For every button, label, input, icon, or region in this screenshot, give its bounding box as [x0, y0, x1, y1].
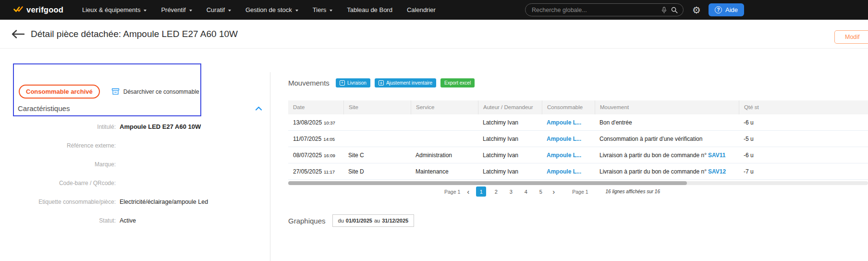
archive-icon: [111, 88, 120, 95]
plus-icon: +: [340, 80, 345, 86]
question-circle-icon: ?: [715, 6, 722, 13]
table-row[interactable]: 13/08/202510:37 Latchimy Ivan Ampoule L.…: [288, 114, 868, 131]
movements-header: Mouvements + Livraison ± Ajustement inve…: [288, 78, 475, 87]
search-icon[interactable]: [671, 7, 678, 13]
ajustement-inventaire-button[interactable]: ± Ajustement inventaire: [375, 78, 436, 87]
unarchive-link-label: Désarchiver ce consommable: [123, 88, 199, 95]
consommable-link[interactable]: Ampoule L...: [547, 119, 581, 126]
consommable-link[interactable]: Ampoule L...: [547, 152, 581, 159]
ajustement-button-label: Ajustement inventaire: [386, 80, 432, 86]
table-row[interactable]: 27/05/202511:17 Site D Maintenance Latch…: [288, 163, 868, 180]
cell-auteur: Latchimy Ivan: [478, 168, 542, 175]
collapse-section-button[interactable]: [255, 106, 262, 111]
nav-item-calendrier[interactable]: Calendrier: [400, 0, 443, 20]
cell-mouvement: Livraison à partir du bon de commande n°…: [595, 168, 739, 175]
previous-page-button[interactable]: ‹: [465, 188, 471, 195]
nav-item-lieux-equipements[interactable]: Lieux & équipements: [75, 0, 154, 20]
nav-item-tableau-de-bord[interactable]: Tableau de Bord: [340, 0, 400, 20]
livraison-button-label: Livraison: [347, 80, 367, 86]
cell-consommable: Ampoule L...: [542, 136, 595, 142]
cell-auteur: Latchimy Ivan: [478, 119, 542, 126]
field-row-etiquette: Etiquette consommable/pièce: Electricité…: [12, 192, 270, 211]
field-value: Ampoule LED E27 A60 10W: [120, 123, 201, 130]
gear-icon[interactable]: ⚙: [692, 5, 701, 15]
order-link[interactable]: SAV11: [708, 152, 725, 159]
global-search[interactable]: [525, 3, 684, 16]
page-number-3[interactable]: 3: [506, 186, 516, 197]
livraison-button[interactable]: + Livraison: [336, 78, 370, 87]
field-row-intitule: Intitulé: Ampoule LED E27 A60 10W: [12, 117, 270, 136]
cell-date: 08/07/202516:09: [288, 152, 343, 159]
consommable-link[interactable]: Ampoule L...: [547, 136, 581, 142]
characteristics-fields: Intitulé: Ampoule LED E27 A60 10W Référe…: [12, 117, 270, 230]
chevron-down-icon: [295, 10, 298, 12]
export-excel-button[interactable]: Export excel: [440, 78, 475, 87]
nav-item-label: Tiers: [313, 6, 326, 13]
field-label: Marque:: [12, 161, 116, 168]
column-header-auteur[interactable]: Auteur / Demandeur: [478, 100, 542, 114]
section-title: Caractéristiques: [18, 104, 70, 112]
cell-consommable: Ampoule L...: [542, 119, 595, 126]
table-header-row: Date Site Service Auteur / Demandeur Con…: [288, 100, 868, 114]
consumable-detail-panel: Consommable archivé Désarchiver ce conso…: [12, 72, 270, 261]
horizontal-scrollbar[interactable]: [288, 181, 868, 185]
page-indicator-right: Page 1: [572, 189, 588, 195]
back-arrow-button[interactable]: [11, 29, 25, 39]
nav-item-label: Tableau de Bord: [347, 6, 392, 13]
cell-date: 27/05/202511:17: [288, 168, 343, 175]
brand-logo[interactable]: verifgood: [0, 5, 75, 14]
nav-item-tiers[interactable]: Tiers: [306, 0, 340, 20]
edit-button[interactable]: Modif: [834, 30, 868, 44]
page-number-4[interactable]: 4: [521, 186, 531, 197]
order-link[interactable]: SAV12: [708, 168, 726, 175]
movements-title: Mouvements: [288, 79, 330, 87]
graphiques-section: Graphiques du 01/01/2025 au 31/12/2025: [288, 214, 414, 227]
column-header-qte-stock[interactable]: Qté st: [739, 100, 868, 114]
date-range-picker[interactable]: du 01/01/2025 au 31/12/2025: [332, 214, 415, 227]
date-range-prefix: du: [338, 218, 344, 224]
column-header-site[interactable]: Site: [343, 100, 411, 114]
microphone-icon[interactable]: [661, 7, 667, 13]
nav-item-label: Lieux & équipements: [82, 6, 140, 13]
archived-row: Consommable archivé Désarchiver ce conso…: [19, 85, 270, 99]
consommable-link[interactable]: Ampoule L...: [547, 168, 581, 175]
nav-item-gestion-de-stock[interactable]: Gestion de stock: [238, 0, 306, 20]
nav-item-preventif[interactable]: Préventif: [154, 0, 199, 20]
field-row-reference-externe: Référence externe:: [12, 136, 270, 155]
table-row[interactable]: 08/07/202516:09 Site C Administration La…: [288, 147, 868, 163]
nav-item-curatif[interactable]: Curatif: [199, 0, 238, 20]
column-header-service[interactable]: Service: [411, 100, 478, 114]
cell-qte-stock: -6 u: [739, 152, 868, 159]
scrollbar-thumb[interactable]: [288, 181, 687, 185]
search-input[interactable]: [532, 7, 657, 13]
cell-date: 11/07/202514:05: [288, 136, 343, 142]
plus-minus-icon: ±: [379, 80, 384, 86]
navbar-right-group: ⚙ ? Aide: [525, 3, 744, 16]
cell-site: Site D: [343, 168, 411, 175]
movements-section: Mouvements + Livraison ± Ajustement inve…: [288, 49, 868, 261]
page-number-5[interactable]: 5: [536, 186, 546, 197]
verifgood-check-icon: [13, 6, 23, 14]
help-button[interactable]: ? Aide: [709, 3, 744, 16]
field-value: Active: [120, 217, 136, 224]
field-row-statut: Statut: Active: [12, 211, 270, 230]
next-page-button[interactable]: ›: [550, 188, 557, 195]
date-range-middle: au: [374, 218, 380, 224]
column-header-mouvement[interactable]: Mouvement: [595, 100, 739, 114]
chevron-down-icon: [228, 10, 231, 12]
nav-item-label: Préventif: [161, 6, 185, 13]
rows-count-summary: 16 lignes affichées sur 16: [606, 189, 660, 194]
page-number-2[interactable]: 2: [491, 186, 501, 197]
column-header-consommable[interactable]: Consommable: [542, 100, 595, 114]
cell-date: 13/08/202510:37: [288, 119, 343, 126]
table-row[interactable]: 11/07/202514:05 Latchimy Ivan Ampoule L.…: [288, 131, 868, 147]
field-value: Electricité/éclairage/ampoule Led: [120, 199, 208, 205]
cell-mouvement: Livraison à partir du bon de commande n°…: [595, 152, 739, 159]
page-number-1[interactable]: 1: [476, 186, 486, 197]
column-header-date[interactable]: Date: [288, 100, 343, 114]
unarchive-link[interactable]: Désarchiver ce consommable: [111, 88, 199, 95]
cell-auteur: Latchimy Ivan: [478, 152, 542, 159]
chevron-up-icon: [255, 106, 262, 111]
cell-mouvement: Consommation à partir d'une vérification: [595, 136, 739, 142]
chevron-down-icon: [189, 10, 192, 12]
